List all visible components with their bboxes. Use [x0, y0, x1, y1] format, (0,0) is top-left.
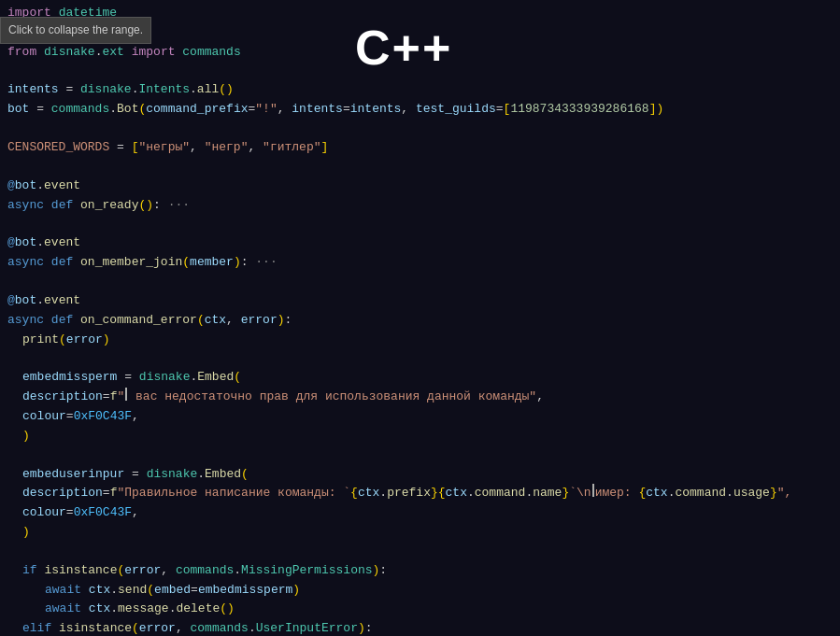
code-line-30: if isinstance ( error , commands . Missi…: [0, 561, 840, 581]
code-line-27: colour = 0xF0C43F ,: [0, 503, 840, 523]
code-line-12: [0, 215, 840, 233]
code-line-21: description = f " вас недостаточно прав …: [0, 388, 840, 407]
text-cursor: [125, 388, 127, 401]
code-line-20: embedmissperm = disnake . Embed (: [0, 368, 840, 388]
code-editor: Click to collapse the range. C++ import …: [0, 0, 840, 636]
code-line-24: [0, 446, 840, 465]
code-line-7: [0, 120, 840, 138]
code-line-19: [0, 349, 840, 368]
code-line-6: bot = commands . Bot ( command_prefix = …: [0, 100, 840, 120]
code-line-33: elif isinstance ( error , commands . Use…: [0, 619, 840, 636]
code-line-31: await ctx . send ( embed = embedmissperm…: [0, 581, 840, 601]
code-line-23: ): [0, 427, 840, 446]
code-line-10: @ bot . event: [0, 177, 840, 196]
collapse-tooltip[interactable]: Click to collapse the range.: [0, 17, 151, 44]
code-line-22: colour = 0xF0C43F ,: [0, 407, 840, 427]
code-line-8: CENSORED_WORDS = [ "негры" , "негр" , "г…: [0, 138, 840, 158]
code-line-14: async def on_member_join ( member ) : ··…: [0, 253, 840, 273]
code-line-9: [0, 158, 840, 177]
code-line-25: embeduserinpur = disnake . Embed (: [0, 465, 840, 485]
cpp-logo: C++: [355, 9, 452, 87]
code-line-15: [0, 273, 840, 291]
code-line-11: async def on_ready () : ···: [0, 196, 840, 216]
text-cursor-2: [592, 484, 594, 497]
code-line-26: description = f "Правильное написание ко…: [0, 484, 840, 503]
code-line-28: ): [0, 523, 840, 543]
code-line-13: @ bot . event: [0, 233, 840, 253]
code-line-17: async def on_command_error ( ctx , error…: [0, 311, 840, 331]
code-line-29: [0, 543, 840, 561]
code-line-18: print ( error ): [0, 331, 840, 350]
code-line-16: @ bot . event: [0, 291, 840, 311]
code-line-32: await ctx . message . delete (): [0, 600, 840, 619]
